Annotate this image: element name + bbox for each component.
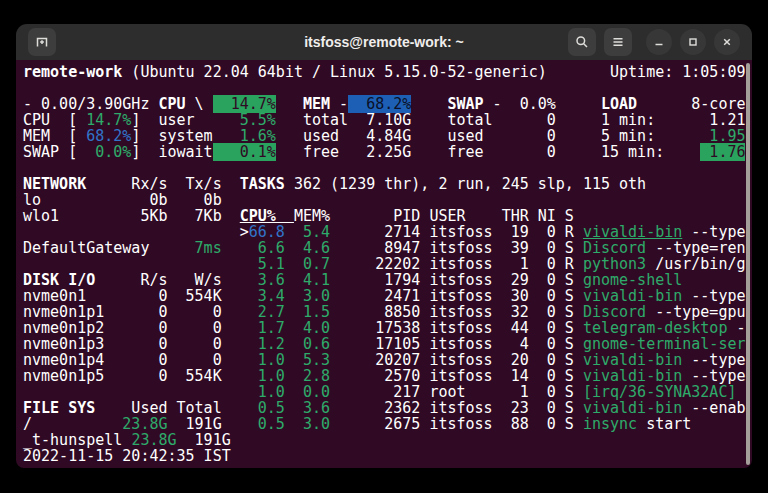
text-segment: 0.5 [258,415,285,433]
terminal-line: nvme0n1p2 0 0 1.7 4.0 17538 itsfoss 44 0… [23,320,752,336]
terminal-line [23,160,752,176]
text-segment: 0.1% [213,143,276,161]
minimize-icon [652,35,666,49]
text-segment: 1.76 [700,143,745,161]
search-icon [574,34,590,50]
maximize-button[interactable] [680,29,706,55]
search-button[interactable] [568,28,596,56]
text-segment: iowait [158,143,212,161]
terminal-line: lo 0b 0b [23,192,752,208]
terminal-line [23,80,752,96]
text-segment: SWAP [ [23,143,95,161]
terminal-line: DISK I/O R/s W/s 3.6 4.1 1794 itsfoss 29… [23,272,752,288]
close-icon [720,35,734,49]
terminal-line: 2022-11-15 20:42:35 IST [23,448,752,464]
terminal-line: >66.8 5.4 2714 itsfoss 19 0 R vivaldi-bi… [23,224,752,240]
text-segment: free 2.25G free 0 15 min: [276,143,700,161]
terminal-window: itsfoss@remote-work: ~ [16,24,752,468]
terminal-line: nvme0n1 0 554K 3.4 3.0 2471 itsfoss 30 0… [23,288,752,304]
terminal-screen[interactable]: remote-work (Ubuntu 22.04 64bit / Linux … [16,60,752,468]
terminal-line: 5.1 0.7 22202 itsfoss 1 0 R python3 /usr… [23,256,752,272]
maximize-icon [686,35,700,49]
terminal-line: 1.0 0.0 217 root 1 0 S [irq/36-SYNA32AC] [23,384,752,400]
text-segment: start [637,415,691,433]
tasks-summary: 362 (1239 thr), 2 run, 245 slp, 115 oth [285,175,646,193]
text-segment: ] [131,143,158,161]
window-title: itsfoss@remote-work: ~ [16,34,752,50]
terminal-line: nvme0n1p3 0 0 1.2 0.6 17105 itsfoss 4 0 … [23,336,752,352]
hamburger-menu-icon [610,34,626,50]
terminal-line: CPU [ 14.7%] user 5.5% total 7.10G total… [23,112,752,128]
os-info: (Ubuntu 22.04 64bit / Linux 5.15.0-52-ge… [122,63,546,81]
terminal-line: FILE SYS Used Total 0.5 3.6 2362 itsfoss… [23,400,752,416]
text-segment [285,415,303,433]
text-segment: TASKS [240,175,285,193]
text-segment: insync [583,415,637,433]
terminal-line: DefaultGateway 7ms 6.6 4.6 8947 itsfoss … [23,240,752,256]
terminal-line: nvme0n1p4 0 0 1.0 5.3 20207 itsfoss 20 0… [23,352,752,368]
new-tab-icon [34,34,50,50]
terminal-line: / 23.8G 191G 0.5 3.0 2675 itsfoss 88 0 S… [23,416,752,432]
new-tab-button[interactable] [28,28,56,56]
scrollbar[interactable] [746,63,750,465]
close-button[interactable] [714,29,740,55]
terminal-line: SWAP [ 0.0%] iowait 0.1% free 2.25G free… [23,144,752,160]
terminal-line: - 0.00/3.90GHz CPU \ 14.7% MEM - 68.2% S… [23,96,752,112]
hostname: remote-work [23,63,122,81]
menu-button[interactable] [604,28,632,56]
terminal-line: remote-work (Ubuntu 22.04 64bit / Linux … [23,64,752,80]
minimize-button[interactable] [646,29,672,55]
terminal-line: _t-hunspell 23.8G 191G [23,432,752,448]
titlebar: itsfoss@remote-work: ~ [16,24,752,60]
text-segment: --enab [682,399,745,417]
terminal-line: MEM [ 68.2%] system 1.6% used 4.84G used… [23,128,752,144]
terminal-line: wlo1 5Kb 7Kb CPU% MEM% PID USER THR NI S [23,208,752,224]
terminal-line: nvme0n1p1 0 0 2.7 1.5 8850 itsfoss 32 0 … [23,304,752,320]
terminal-line: nvme0n1p5 0 554K 1.0 2.8 2570 itsfoss 14… [23,368,752,384]
uptime: Uptime: 1:05:09 [547,63,746,81]
text-segment: 3.0 [303,415,330,433]
terminal-line: NETWORK Rx/s Tx/s TASKS 362 (1239 thr), … [23,176,752,192]
text-segment: 2675 itsfoss 88 0 S [330,415,583,433]
text-segment: 0.0% [95,143,131,161]
timestamp: 2022-11-15 20:42:35 IST [23,447,231,465]
